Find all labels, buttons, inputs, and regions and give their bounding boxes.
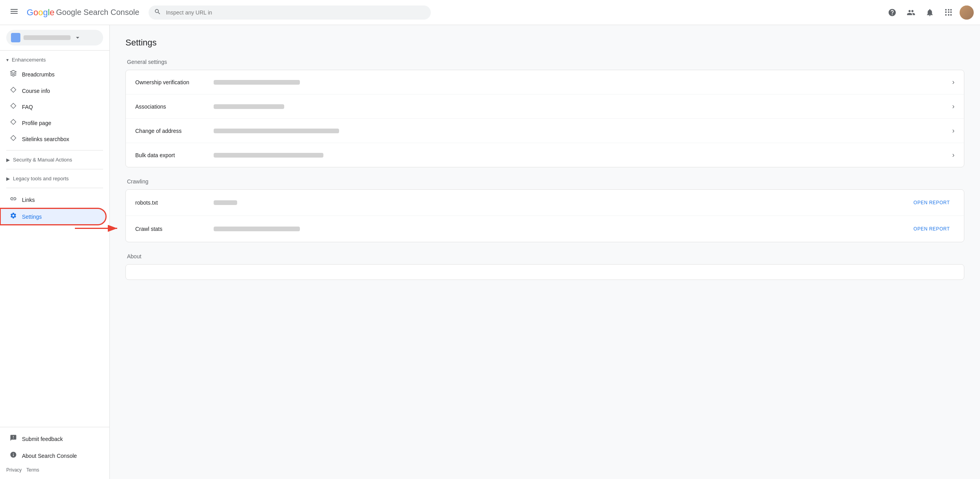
sidebar-item-sitelinks-searchbox[interactable]: Sitelinks searchbox [0,131,106,147]
legacy-collapse-icon: ▶ [6,176,10,181]
sidebar-item-links-label: Links [22,197,35,203]
change-of-address-row[interactable]: Change of address › [126,119,964,143]
hamburger-menu-icon[interactable] [6,4,22,21]
sidebar-footer: Privacy Terms [0,464,109,476]
change-address-blurred [214,129,339,133]
property-icon [11,33,20,42]
submit-feedback-label: Submit feedback [22,436,63,442]
bulk-export-blurred [214,153,323,158]
breadcrumbs-icon [9,70,17,79]
general-settings-card: Ownership verification › Associations › [125,70,964,167]
crawl-stats-row[interactable]: Crawl stats OPEN REPORT [126,216,964,242]
security-label: Security & Manual Actions [13,157,72,163]
robots-txt-value [214,200,909,205]
privacy-link[interactable]: Privacy [6,467,22,473]
links-icon [9,195,17,204]
page-title: Settings [125,38,964,48]
change-of-address-action[interactable]: › [952,127,955,135]
ownership-blurred [214,80,300,85]
ownership-verification-row[interactable]: Ownership verification › [126,70,964,94]
notifications-icon[interactable] [922,5,938,20]
associations-label: Associations [135,103,214,110]
about-search-console-label: About Search Console [22,453,77,459]
property-name-blurred [24,35,71,40]
robots-txt-open-report[interactable]: OPEN REPORT [909,198,955,208]
profile-page-icon [9,119,17,127]
chevron-right-icon: › [952,78,955,86]
search-console-settings-icon[interactable] [903,5,919,20]
chevron-right-icon-2: › [952,102,955,111]
sidebar-divider-3 [6,188,103,188]
apps-icon[interactable] [941,5,956,20]
crawling-section: Crawling robots.txt OPEN REPORT [125,178,964,242]
bulk-data-export-row[interactable]: Bulk data export › [126,143,964,167]
general-settings-title: General settings [125,59,964,65]
svg-rect-3 [11,135,16,140]
sidebar-item-links[interactable]: Links [0,191,106,208]
crawl-stats-open-report-btn[interactable]: OPEN REPORT [909,224,955,234]
sidebar-item-faq-label: FAQ [22,104,33,110]
about-section: About [125,253,964,280]
sidebar-divider-2 [6,169,103,169]
robots-txt-label: robots.txt [135,200,214,206]
general-settings-section: General settings Ownership verification … [125,59,964,167]
bulk-data-export-action[interactable]: › [952,151,955,159]
bulk-data-export-label: Bulk data export [135,152,214,158]
crawling-card: robots.txt OPEN REPORT [125,189,964,242]
page-layout: ▾ Enhancements Breadcrumbs Course info [0,25,980,479]
legacy-label: Legacy tools and reports [13,176,69,181]
about-card [125,264,964,280]
associations-action[interactable]: › [952,102,955,111]
header-left: Google Google Search Console [6,4,139,21]
crawling-title: Crawling [125,178,964,185]
sidebar-section-legacy[interactable]: ▶ Legacy tools and reports [0,172,109,185]
info-icon [9,451,17,460]
sidebar-item-breadcrumbs[interactable]: Breadcrumbs [0,66,106,83]
crawl-stats-value [214,227,909,231]
robots-txt-row[interactable]: robots.txt OPEN REPORT [126,190,964,216]
feedback-icon [9,434,17,443]
ownership-action[interactable]: › [952,78,955,86]
robots-open-report-btn[interactable]: OPEN REPORT [909,198,955,208]
sidebar-item-about[interactable]: About Search Console [0,447,106,464]
about-title: About [125,253,964,259]
sidebar-section-enhancements[interactable]: ▾ Enhancements [0,54,109,66]
sidebar-bottom: Submit feedback About Search Console Pri… [0,427,109,479]
change-of-address-value [214,129,952,133]
course-info-icon [9,87,17,95]
chevron-right-icon-4: › [952,151,955,159]
enhancements-label: Enhancements [12,57,46,63]
bulk-data-export-value [214,153,952,158]
header: Google Google Search Console [0,0,980,25]
header-right [884,5,974,20]
sidebar-item-profile-page[interactable]: Profile page [0,115,106,131]
sidebar-nav: ▾ Enhancements Breadcrumbs Course info [0,51,109,427]
sidebar-item-settings[interactable]: Settings [0,208,106,225]
sidebar-item-submit-feedback[interactable]: Submit feedback [0,430,106,447]
faq-icon [9,103,17,111]
sidebar-item-faq[interactable]: FAQ [0,99,106,115]
property-selector[interactable] [0,25,109,51]
svg-rect-2 [11,119,16,124]
app-logo: Google Google Search Console [27,7,139,18]
sidebar-section-security[interactable]: ▶ Security & Manual Actions [0,154,109,166]
associations-blurred [214,104,284,109]
user-avatar[interactable] [960,5,974,20]
sitelinks-icon [9,135,17,143]
url-inspect-input[interactable] [149,5,431,20]
enhancements-collapse-icon: ▾ [6,57,9,63]
robots-blurred [214,200,237,205]
terms-link[interactable]: Terms [26,467,39,473]
crawl-stats-blurred [214,227,300,231]
ownership-verification-label: Ownership verification [135,79,214,85]
property-dropdown-icon [74,34,82,42]
help-icon[interactable] [884,5,900,20]
associations-row[interactable]: Associations › [126,94,964,119]
settings-icon [9,212,17,221]
search-console-text: Google Search Console [56,8,139,17]
sidebar-item-course-info[interactable]: Course info [0,83,106,99]
ownership-verification-value [214,80,952,85]
crawl-stats-open-report[interactable]: OPEN REPORT [909,224,955,234]
sidebar-item-sitelinks-label: Sitelinks searchbox [22,136,69,142]
sidebar-item-breadcrumbs-label: Breadcrumbs [22,71,54,78]
